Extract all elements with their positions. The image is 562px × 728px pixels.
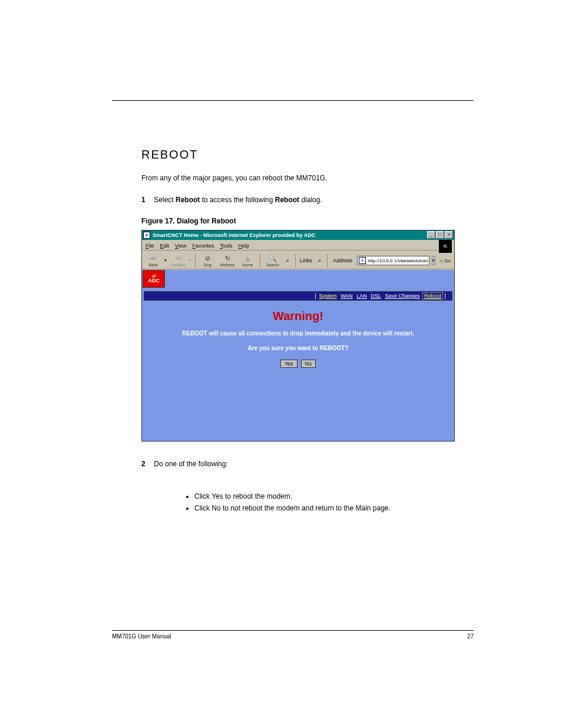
- figure-caption: Figure 17. Dialog for Reboot: [141, 217, 474, 225]
- nav-lan[interactable]: LAN: [355, 293, 368, 299]
- minimize-button[interactable]: _: [427, 231, 435, 239]
- nav-system[interactable]: System: [318, 293, 338, 299]
- warning-title: Warning!: [149, 309, 447, 323]
- menu-view[interactable]: View: [175, 243, 186, 249]
- nav-save-changes[interactable]: Save Changes: [384, 293, 421, 299]
- browser-window: e SmartCNCT Home - Microsoft Internet Ex…: [141, 230, 455, 442]
- refresh-icon: ↻: [223, 255, 232, 263]
- menu-edit[interactable]: Edit: [160, 243, 170, 249]
- menu-help[interactable]: Help: [238, 243, 249, 249]
- forward-button[interactable]: ⇨ Forward: [169, 254, 187, 268]
- home-icon: ⌂: [243, 255, 252, 263]
- page-footer: MM701G User Manual 27: [112, 633, 474, 640]
- step-2: 2 Do one of the following:: [141, 459, 474, 469]
- back-button[interactable]: ⇦ Back: [144, 254, 162, 268]
- window-controls: _ □ ×: [427, 231, 453, 239]
- page-content: /// ADC [ System WAN LAN DSL Save Change…: [142, 270, 454, 441]
- warning-text: REBOOT will cause all connections to dro…: [149, 330, 447, 337]
- forward-arrow-icon: ⇨: [173, 255, 183, 263]
- yes-button[interactable]: Yes: [280, 360, 297, 368]
- toolbar: ⇦ Back ▾ ⇨ Forward ▾ ⊘ Stop ↻ Refresh ⌂ …: [142, 253, 454, 269]
- adc-logo: /// ADC: [143, 270, 165, 288]
- titlebar: e SmartCNCT Home - Microsoft Internet Ex…: [142, 230, 454, 240]
- home-button[interactable]: ⌂ Home: [239, 254, 256, 268]
- page-icon: e: [359, 257, 366, 264]
- menubar: File Edit View Favorites Tools Help: [142, 242, 439, 251]
- window-title: SmartCNCT Home - Microsoft Internet Expl…: [153, 232, 315, 238]
- search-button[interactable]: 🔍 Search: [264, 254, 282, 268]
- address-label: Address: [330, 258, 355, 263]
- list-item: Click Yes to reboot the modem.: [194, 492, 474, 500]
- go-icon: ➜: [439, 258, 443, 263]
- close-button[interactable]: ×: [445, 231, 453, 239]
- nav-dsl[interactable]: DSL: [369, 293, 382, 299]
- search-icon: 🔍: [268, 255, 277, 263]
- nav-reboot[interactable]: Reboot: [422, 292, 443, 299]
- menu-tools[interactable]: Tools: [220, 243, 232, 249]
- ie-throbber-icon: IE: [439, 240, 452, 253]
- footer-doc-title: MM701G User Manual: [112, 633, 171, 640]
- menu-file[interactable]: File: [146, 243, 154, 249]
- intro-paragraph: From any of the major pages, you can reb…: [141, 173, 474, 183]
- list-item: Click No to not reboot the modem and ret…: [194, 504, 474, 512]
- maximize-button[interactable]: □: [436, 231, 444, 239]
- address-dropdown-icon[interactable]: ▾: [432, 256, 435, 265]
- address-input[interactable]: e http://10.0.0.1/ValidateAdmin: [357, 256, 429, 265]
- refresh-button[interactable]: ↻ Refresh: [219, 254, 236, 268]
- go-button[interactable]: ➜ Go: [438, 258, 452, 263]
- step-1: 1 Select Reboot to access the following …: [141, 195, 474, 205]
- options-list: Click Yes to reboot the modem. Click No …: [171, 492, 474, 512]
- confirm-text: Are you sure you want to REBOOT?: [149, 345, 447, 351]
- stop-button[interactable]: ⊘ Stop: [199, 254, 216, 268]
- no-button[interactable]: No: [301, 360, 316, 368]
- nav-bar: [ System WAN LAN DSL Save Changes Reboot…: [144, 291, 452, 301]
- stop-icon: ⊘: [203, 255, 212, 263]
- back-arrow-icon: ⇦: [148, 255, 158, 263]
- menu-favorites[interactable]: Favorites: [192, 243, 214, 249]
- links-overflow-icon[interactable]: »: [316, 258, 323, 263]
- toolbar-overflow-icon[interactable]: »: [284, 258, 292, 263]
- nav-wan[interactable]: WAN: [339, 293, 354, 299]
- links-label[interactable]: Links: [299, 258, 313, 263]
- footer-page-number: 27: [467, 633, 474, 640]
- ie-icon: e: [143, 232, 150, 239]
- section-title: REBOOT: [141, 148, 474, 162]
